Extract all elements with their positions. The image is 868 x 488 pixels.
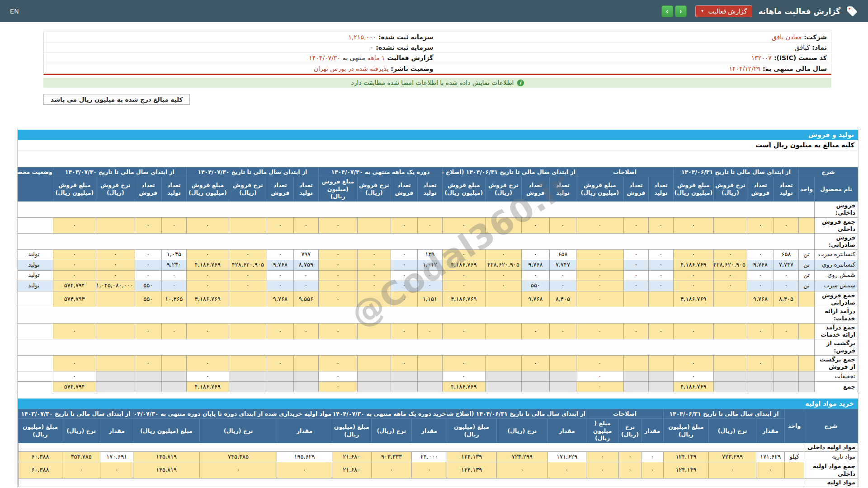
value-cell: ۰ — [135, 270, 161, 281]
value-cell: ۰ — [485, 270, 521, 281]
value-cell: ۰ — [161, 217, 186, 234]
value-cell: ۰ — [521, 323, 549, 339]
value-cell: ۰ — [417, 323, 442, 339]
value-cell: ۷,۷۴۷ — [549, 260, 576, 270]
bookmark-icon[interactable] — [846, 5, 858, 17]
value-cell — [229, 217, 267, 234]
value-cell: ۰ — [549, 217, 576, 234]
value-cell: ۰ — [53, 355, 96, 371]
value-cell: ۰ — [135, 249, 161, 260]
value-cell: ۰ — [673, 355, 713, 371]
value-cell: ۰ — [186, 355, 229, 371]
info-label: سال مالی منتهی به: — [763, 65, 827, 72]
value-cell: ۰ — [161, 270, 186, 281]
unit-cell — [798, 382, 814, 392]
value-cell: ۶۵۸ — [774, 249, 798, 260]
value-cell: ۵۷۴,۷۹۴ — [53, 382, 96, 392]
value-cell: ۰ — [391, 217, 417, 234]
column-header: نرخ (ریال) — [708, 419, 756, 443]
value-cell: ۰ — [586, 452, 619, 462]
next-report-button[interactable]: ‹ — [675, 5, 687, 17]
value-cell — [713, 371, 747, 382]
column-header: تعداد تولید — [648, 177, 673, 202]
value-cell: ۸,۷۵۹ — [293, 260, 318, 270]
value-cell — [485, 217, 521, 234]
value-cell: ۰ — [576, 323, 623, 339]
value-cell: ۲۱,۶۸۰ — [332, 462, 371, 479]
info-row: سرمایه ثبت شده:۱,۲۱۵,۰۰۰ — [44, 32, 438, 42]
row-label: جمع فروش صادراتی — [815, 291, 858, 307]
value-cell — [391, 382, 417, 392]
value-cell: ۰ — [267, 249, 293, 260]
value-cell: ۹,۷۶۸ — [521, 291, 549, 307]
value-cell: ۰ — [673, 249, 713, 260]
value-cell: ۰ — [417, 281, 442, 291]
column-header: مبلغ فروش (میلیون ریال) — [442, 177, 485, 202]
value-cell: ۰ — [747, 270, 774, 281]
prev-report-button[interactable]: › — [661, 5, 673, 17]
group-header: اصلاحات — [576, 168, 673, 177]
value-cell: ۰ — [96, 270, 135, 281]
value-cell: ۱,۰۱۲ — [417, 260, 442, 270]
value-cell: ۰ — [199, 462, 277, 479]
table-row: جمع برگشت از فروش۰۰۰۰۰۰۰۰۰۰۰ — [17, 355, 858, 371]
value-cell: ۰ — [747, 355, 774, 371]
report-type-select[interactable]: گزارش فعالیت ▼ — [695, 5, 753, 17]
info-value: ۱ ماهه — [368, 54, 385, 61]
value-cell — [293, 371, 318, 382]
value-cell: ۰ — [774, 217, 798, 234]
group-header: از ابتدای سال مالی تا تاریخ ۱۴۰۴/۰۶/۳۱ (… — [442, 168, 576, 177]
value-cell: ۴۲۸,۶۲۰,۹۰۵ — [229, 260, 267, 270]
value-cell — [713, 382, 747, 392]
value-cell — [485, 382, 521, 392]
table-row: جمع درآمد ارائه خدمات۰۰۰۰۰۰۰۰۰۰۰۰۰۰۰۰۰۰ — [17, 323, 858, 339]
value-cell: ۰ — [521, 355, 549, 371]
value-cell: ۰ — [96, 260, 135, 270]
info-value: ۰ — [370, 44, 374, 51]
value-cell: ۵۵۰ — [521, 281, 549, 291]
language-switch[interactable]: EN — [10, 8, 19, 15]
header-product: نام محصول — [815, 177, 858, 202]
company-link[interactable]: معادن بافق — [772, 33, 802, 41]
value-cell — [485, 355, 521, 371]
value-cell: ۰ — [318, 217, 357, 234]
value-cell: ۷۲۳,۲۹۹ — [708, 452, 756, 462]
production-sales-table: شرحاز ابتدای سال مالی تا تاریخ ۱۴۰۴/۰۶/۳… — [17, 167, 858, 392]
section-label: درآمد ارائه خدمات: — [815, 307, 858, 324]
table-row: مواد اولیه وارداتی — [19, 478, 858, 487]
unit-cell — [798, 323, 814, 339]
value-cell — [417, 382, 442, 392]
value-cell — [648, 371, 673, 382]
value-cell: ۴,۱۸۶,۷۶۹ — [673, 291, 713, 307]
value-cell: ۰ — [747, 217, 774, 234]
value-cell: ۰ — [586, 462, 619, 479]
value-cell — [648, 291, 673, 307]
value-cell — [521, 371, 549, 382]
section-bar-materials: خرید مواد اولیه — [18, 399, 858, 409]
value-cell — [648, 355, 673, 371]
status-cell — [17, 323, 53, 339]
value-cell: ۰ — [186, 371, 229, 382]
value-cell: ۰ — [318, 323, 357, 339]
value-cell: ۰ — [623, 217, 648, 234]
info-label: سرمایه ثبت نشده: — [376, 44, 433, 51]
value-cell: ۰ — [485, 249, 521, 260]
column-header: مبلغ فروش (میلیون ریال) — [673, 177, 713, 202]
column-header: مقدار — [756, 419, 784, 443]
info-value: منتهی به — [343, 54, 365, 61]
value-cell — [485, 371, 521, 382]
value-cell: ۰ — [318, 382, 357, 392]
report-nav: ‹ › — [661, 5, 687, 17]
group-header: خرید دوره یک ماهه منتهی به ۱۴۰۴/۰۷/۳۰ — [332, 409, 447, 419]
value-cell: ۷۴۵,۳۸۵ — [199, 452, 277, 462]
value-cell: ۰ — [412, 462, 447, 479]
value-cell: ۰ — [774, 281, 798, 291]
value-cell: ۰ — [417, 217, 442, 234]
value-cell: ۰ — [521, 270, 549, 281]
section-label: برگشت از فروش: — [815, 339, 858, 356]
value-cell: ۰ — [357, 270, 391, 281]
value-cell: ۱۷۱,۶۲۹ — [756, 452, 784, 462]
value-cell: ۴۲۸,۶۲۰,۹۰۵ — [485, 260, 521, 270]
value-cell: ۰ — [648, 323, 673, 339]
value-cell: ۸,۴۰۵ — [774, 291, 798, 307]
